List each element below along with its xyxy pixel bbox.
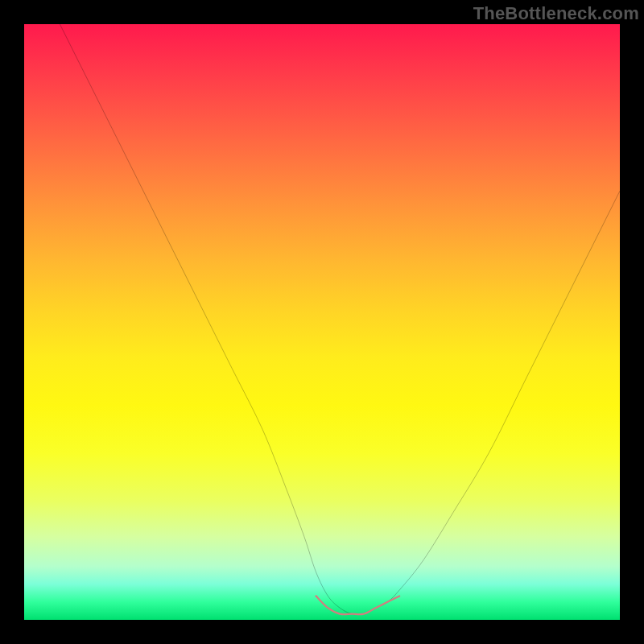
plot-area (24, 24, 620, 620)
flat-highlight (316, 596, 400, 614)
chart-frame: TheBottleneck.com (0, 0, 644, 644)
chart-svg (24, 24, 620, 620)
watermark-text: TheBottleneck.com (473, 3, 639, 24)
curve-line (60, 24, 620, 615)
